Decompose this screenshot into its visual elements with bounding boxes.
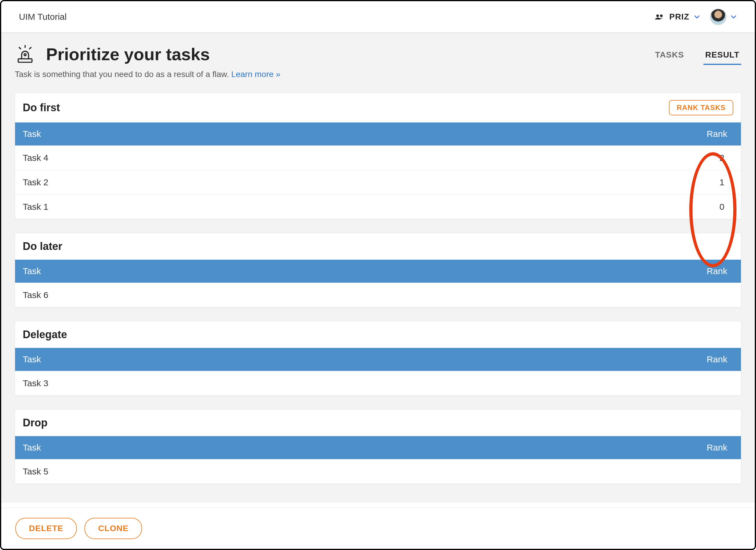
page-body: Prioritize your tasks TASKS RESULT Task …: [1, 33, 755, 503]
table-row[interactable]: Task 1 0: [15, 195, 741, 219]
subtitle-text: Task is something that you need to do as…: [15, 70, 229, 79]
cell-task: Task 5: [23, 466, 48, 476]
table-row[interactable]: Task 6: [15, 283, 741, 307]
tab-bar: TASKS RESULT: [653, 46, 741, 65]
cell-task: Task 4: [23, 153, 48, 163]
group-icon: [654, 13, 665, 20]
rank-tasks-button[interactable]: RANK TASKS: [669, 100, 733, 115]
chevron-down-icon: [730, 13, 737, 20]
page-subtitle: Task is something that you need to do as…: [15, 70, 741, 79]
app-title: UIM Tutorial: [19, 12, 67, 22]
workspace-switcher[interactable]: PRIZ: [654, 12, 700, 22]
col-task: Task: [23, 129, 41, 139]
delete-button[interactable]: DELETE: [15, 518, 77, 539]
cell-task: Task 2: [23, 177, 48, 187]
section-title: Do first: [23, 102, 60, 114]
table-row[interactable]: Task 5: [15, 459, 741, 484]
table-row[interactable]: Task 2 1: [15, 170, 741, 195]
section-title: Drop: [23, 417, 48, 429]
siren-icon: [15, 44, 35, 64]
svg-line-4: [29, 47, 31, 49]
tab-result[interactable]: RESULT: [703, 46, 741, 65]
table-row[interactable]: Task 3: [15, 371, 741, 395]
table-header: Task Rank: [15, 436, 741, 459]
svg-point-5: [24, 54, 26, 56]
cell-rank: 2: [719, 153, 733, 163]
cell-task: Task 1: [23, 202, 48, 212]
col-rank: Rank: [707, 354, 733, 364]
table-header: Task Rank: [15, 348, 741, 371]
section-do-first: Do first RANK TASKS Task Rank Task 4 2 T…: [15, 93, 741, 219]
cell-rank: 1: [719, 177, 733, 187]
section-title: Do later: [23, 240, 62, 253]
col-rank: Rank: [707, 266, 733, 276]
table-row[interactable]: Task 4 2: [15, 146, 741, 170]
col-rank: Rank: [707, 129, 733, 139]
col-rank: Rank: [707, 443, 733, 453]
learn-more-link[interactable]: Learn more »: [231, 70, 281, 79]
clone-button[interactable]: CLONE: [84, 518, 142, 539]
table-header: Task Rank: [15, 260, 741, 283]
page-title: Prioritize your tasks: [46, 44, 210, 64]
user-menu[interactable]: [710, 9, 737, 25]
col-task: Task: [23, 354, 41, 364]
footer-bar: DELETE CLONE: [1, 507, 755, 549]
svg-point-1: [660, 14, 663, 17]
cell-task: Task 3: [23, 378, 48, 388]
section-drop: Drop Task Rank Task 5: [15, 409, 741, 484]
col-task: Task: [23, 443, 41, 453]
chevron-down-icon: [693, 13, 700, 20]
section-do-later: Do later Task Rank Task 6: [15, 233, 741, 307]
avatar: [710, 9, 726, 25]
col-task: Task: [23, 266, 41, 276]
topbar-right: PRIZ: [654, 9, 737, 25]
svg-line-3: [19, 47, 21, 49]
tab-tasks[interactable]: TASKS: [653, 46, 686, 65]
cell-rank: 0: [719, 202, 733, 212]
svg-rect-6: [18, 59, 32, 62]
section-delegate: Delegate Task Rank Task 3: [15, 321, 741, 396]
table-header: Task Rank: [15, 123, 741, 146]
section-title: Delegate: [23, 328, 67, 341]
workspace-label: PRIZ: [669, 12, 689, 22]
topbar: UIM Tutorial PRIZ: [1, 1, 755, 33]
svg-point-0: [656, 14, 659, 17]
cell-task: Task 6: [23, 290, 48, 300]
page-header: Prioritize your tasks TASKS RESULT: [15, 44, 741, 64]
